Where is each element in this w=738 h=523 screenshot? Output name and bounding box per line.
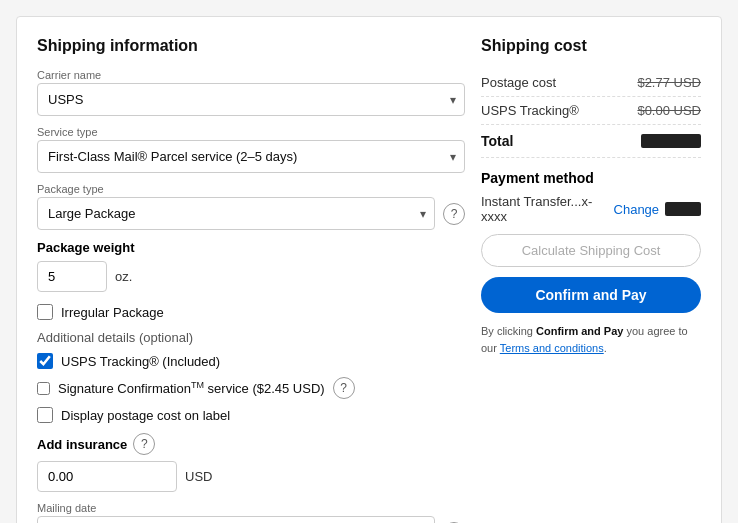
irregular-checkbox[interactable]	[37, 304, 53, 320]
postage-cost-value: $2.77 USD	[637, 75, 701, 90]
confirm-pay-button[interactable]: Confirm and Pay	[481, 277, 701, 313]
service-select[interactable]: First-Class Mail® Parcel service (2–5 da…	[38, 141, 464, 172]
tracking-checkbox[interactable]	[37, 353, 53, 369]
tracking-cost-value: $0.00 USD	[637, 103, 701, 118]
left-panel: Shipping information Carrier name USPS ▾…	[37, 37, 465, 523]
service-label: Service type	[37, 126, 465, 138]
postage-cost-label: Postage cost	[481, 75, 556, 90]
weight-input-row: oz.	[37, 261, 465, 292]
package-select-wrapper[interactable]: Large Package ▾	[37, 197, 435, 230]
package-help-button[interactable]: ?	[443, 203, 465, 225]
service-field-group: Service type First-Class Mail® Parcel se…	[37, 126, 465, 173]
weight-title: Package weight	[37, 240, 465, 255]
additional-section: Additional details (optional) USPS Track…	[37, 330, 465, 423]
signature-checkbox[interactable]	[37, 382, 50, 395]
signature-suffix: service ($2.45 USD)	[208, 381, 325, 396]
change-link[interactable]: Change	[614, 202, 660, 217]
weight-section: Package weight oz.	[37, 240, 465, 292]
terms-prefix: By clicking	[481, 325, 536, 337]
total-value-redacted	[641, 134, 701, 148]
oz-label: oz.	[115, 269, 132, 284]
display-postage-checkbox[interactable]	[37, 407, 53, 423]
tracking-checkbox-row: USPS Tracking® (Included)	[37, 353, 465, 369]
insurance-label: Add insurance ?	[37, 433, 465, 455]
payment-row: Instant Transfer...x- xxxx Change	[481, 194, 701, 224]
irregular-label: Irregular Package	[61, 305, 164, 320]
total-row: Total	[481, 125, 701, 158]
insurance-help-button[interactable]: ?	[133, 433, 155, 455]
insurance-input-row: USD	[37, 461, 465, 492]
shipping-info-title: Shipping information	[37, 37, 465, 55]
terms-text: By clicking Confirm and Pay you agree to…	[481, 323, 701, 356]
weight-input[interactable]	[37, 261, 107, 292]
package-row: Large Package ▾ ?	[37, 197, 465, 230]
terms-link[interactable]: Terms and conditions	[500, 342, 604, 354]
display-postage-row: Display postage cost on label	[37, 407, 465, 423]
page-container: Shipping information Carrier name USPS ▾…	[16, 16, 722, 523]
carrier-label: Carrier name	[37, 69, 465, 81]
right-panel: Shipping cost Postage cost $2.77 USD USP…	[481, 37, 701, 523]
mailing-date-select[interactable]: ████████	[38, 517, 434, 523]
tracking-label: USPS Tracking® (Included)	[61, 354, 220, 369]
display-postage-label: Display postage cost on label	[61, 408, 230, 423]
mailing-date-select-wrapper[interactable]: ████████ ▾	[37, 516, 435, 523]
insurance-section: Add insurance ? USD	[37, 433, 465, 492]
postage-cost-row: Postage cost $2.77 USD	[481, 69, 701, 97]
irregular-checkbox-row: Irregular Package	[37, 304, 465, 320]
service-select-wrapper[interactable]: First-Class Mail® Parcel service (2–5 da…	[37, 140, 465, 173]
signature-label: Signature ConfirmationTM service ($2.45 …	[58, 380, 325, 396]
insurance-input[interactable]	[37, 461, 177, 492]
additional-title: Additional details (optional)	[37, 330, 465, 345]
tracking-cost-row: USPS Tracking® $0.00 USD	[481, 97, 701, 125]
carrier-field-group: Carrier name USPS ▾	[37, 69, 465, 116]
mailing-date-label: Mailing date	[37, 502, 465, 514]
mailing-date-field-group: Mailing date ████████ ▾ ?	[37, 502, 465, 523]
tracking-cost-label: USPS Tracking®	[481, 103, 579, 118]
additional-optional: (optional)	[139, 330, 193, 345]
package-label: Package type	[37, 183, 465, 195]
carrier-select[interactable]: USPS	[38, 84, 464, 115]
calculate-button[interactable]: Calculate Shipping Cost	[481, 234, 701, 267]
payment-text: Instant Transfer...x- xxxx	[481, 194, 608, 224]
payment-title: Payment method	[481, 170, 701, 186]
terms-suffix: .	[604, 342, 607, 354]
carrier-select-wrapper[interactable]: USPS ▾	[37, 83, 465, 116]
package-select[interactable]: Large Package	[38, 198, 434, 229]
shipping-cost-title: Shipping cost	[481, 37, 701, 55]
insurance-currency: USD	[185, 469, 212, 484]
payment-section: Payment method Instant Transfer...x- xxx…	[481, 170, 701, 224]
total-label: Total	[481, 133, 513, 149]
payment-redacted	[665, 202, 701, 216]
signature-help-button[interactable]: ?	[333, 377, 355, 399]
trademark-icon: TM	[191, 380, 204, 390]
mailing-date-row: ████████ ▾ ?	[37, 516, 465, 523]
package-field-group: Package type Large Package ▾ ?	[37, 183, 465, 230]
terms-bold: Confirm and Pay	[536, 325, 623, 337]
signature-checkbox-row: Signature ConfirmationTM service ($2.45 …	[37, 377, 465, 399]
